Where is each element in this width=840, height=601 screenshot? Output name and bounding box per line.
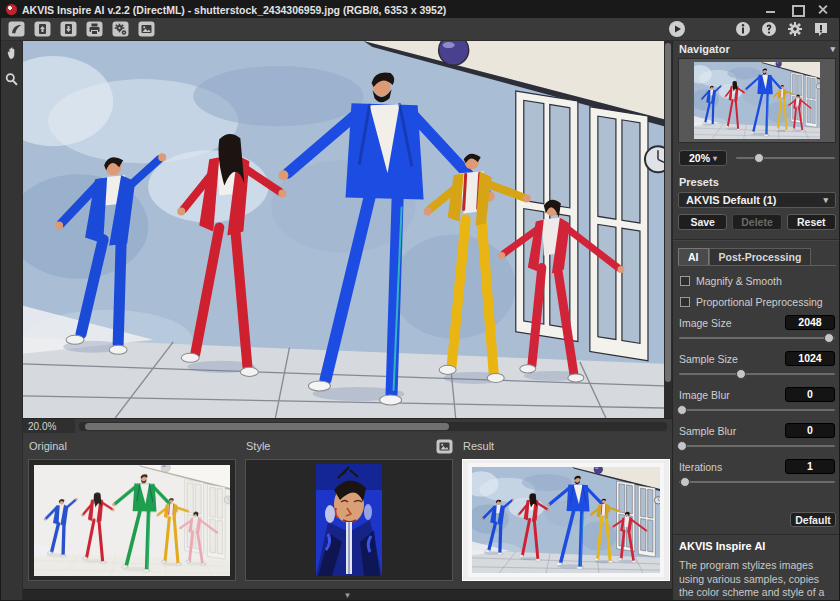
- help-icon[interactable]: [758, 20, 779, 39]
- slider-value-box[interactable]: 1024: [785, 351, 835, 366]
- slider-label: Sample Size: [679, 353, 738, 365]
- slider-track[interactable]: [679, 332, 835, 344]
- result-thumbnail-matte: [468, 463, 664, 577]
- slider-sample-size: Sample Size 1024: [679, 351, 835, 380]
- maximize-icon[interactable]: [792, 5, 802, 14]
- share-image-icon[interactable]: [136, 20, 157, 39]
- minimize-icon[interactable]: [766, 5, 776, 14]
- canvas-area[interactable]: [23, 41, 672, 418]
- hand-tool-icon[interactable]: [4, 46, 19, 65]
- print-icon[interactable]: [84, 20, 105, 39]
- slider-label: Sample Blur: [679, 425, 736, 437]
- navigator-header[interactable]: Navigator ▾: [673, 41, 840, 57]
- horizontal-scroll-thumb[interactable]: [85, 423, 450, 430]
- original-photo: [34, 465, 230, 576]
- slider-sample-blur: Sample Blur 0: [679, 423, 835, 452]
- save-image-icon[interactable]: [58, 20, 79, 39]
- slider-iterations: Iterations 1: [679, 459, 835, 488]
- slider-label: Iterations: [679, 461, 722, 473]
- save-preset-button[interactable]: Save: [678, 214, 727, 230]
- gear-icon[interactable]: [784, 20, 805, 39]
- navigator-collapse-icon[interactable]: ▾: [830, 44, 835, 54]
- slider-track[interactable]: [679, 404, 835, 416]
- style-label: Style: [246, 440, 270, 452]
- tab-ai[interactable]: AI: [678, 248, 709, 265]
- result-column: Result: [462, 438, 670, 581]
- zoom-slider-thumb[interactable]: [754, 153, 764, 163]
- close-icon[interactable]: [818, 5, 828, 14]
- slider-thumb[interactable]: [677, 441, 687, 451]
- slider-track[interactable]: [679, 440, 835, 452]
- result-thumbnail[interactable]: [462, 459, 670, 581]
- info-block: AKVIS Inspire AI The program stylizes im…: [673, 534, 840, 601]
- vertical-scroll-thumb[interactable]: [665, 43, 671, 382]
- delete-preset-button[interactable]: Delete: [732, 214, 781, 230]
- preset-select[interactable]: AKVIS Default (1) ▾: [678, 192, 836, 208]
- slider-image-blur: Image Blur 0: [679, 387, 835, 416]
- main-toolbar: [1, 18, 839, 41]
- toolbar-right-group: [666, 20, 834, 39]
- reset-preset-button[interactable]: Reset: [787, 214, 836, 230]
- presets-label: Presets: [679, 176, 835, 188]
- info-title: AKVIS Inspire AI: [679, 540, 835, 552]
- title-bar: AKVIS Inspire AI v.2.2 (DirectML) - shut…: [1, 1, 839, 18]
- checkbox-label: Magnify & Smooth: [696, 275, 782, 287]
- canvas-status-bar: 20.0%: [23, 418, 672, 433]
- app-window: AKVIS Inspire AI v.2.2 (DirectML) - shut…: [0, 0, 840, 601]
- style-column: Style: [245, 438, 453, 581]
- slider-label: Image Blur: [679, 389, 730, 401]
- default-button[interactable]: Default: [790, 512, 836, 527]
- settings-panel: Navigator ▾ 20% ▾ Presets AKVIS Default …: [672, 41, 840, 600]
- navigator-preview[interactable]: [678, 58, 836, 143]
- result-image: [472, 467, 660, 573]
- checkbox-magnify-smooth[interactable]: Magnify & Smooth: [680, 275, 834, 287]
- feedback-icon[interactable]: [810, 20, 831, 39]
- akvis-logo-icon[interactable]: [6, 20, 27, 39]
- zoom-value-button[interactable]: 20% ▾: [679, 150, 727, 166]
- original-label: Original: [29, 440, 67, 452]
- slider-track[interactable]: [679, 368, 835, 380]
- choose-style-image-icon[interactable]: [435, 438, 453, 454]
- slider-thumb[interactable]: [677, 405, 687, 415]
- zoom-tool-icon[interactable]: [4, 72, 19, 91]
- slider-value-box[interactable]: 1: [785, 459, 835, 474]
- checkbox-proportional-preprocessing[interactable]: Proportional Preprocessing: [680, 296, 834, 308]
- original-column: Original: [28, 438, 236, 581]
- navigator-zoom-row: 20% ▾: [679, 150, 835, 166]
- open-image-icon[interactable]: [32, 20, 53, 39]
- slider-value-box[interactable]: 2048: [785, 315, 835, 330]
- slider-track[interactable]: [679, 476, 835, 488]
- slider-thumb[interactable]: [680, 477, 690, 487]
- checkbox-label: Proportional Preprocessing: [696, 296, 823, 308]
- collapse-arrow-icon[interactable]: ▼: [344, 592, 352, 600]
- info-icon[interactable]: [732, 20, 753, 39]
- window-controls: [766, 5, 834, 14]
- slider-value-box[interactable]: 0: [785, 423, 835, 438]
- canvas-vertical-scrollbar[interactable]: [664, 41, 672, 418]
- slider-value-box[interactable]: 0: [785, 387, 835, 402]
- tab-post-processing[interactable]: Post-Processing: [709, 248, 812, 265]
- run-icon[interactable]: [666, 20, 687, 39]
- tool-strip: [1, 41, 23, 600]
- style-image: [316, 464, 382, 576]
- preset-buttons: Save Delete Reset: [678, 214, 836, 230]
- toolbar-left-group: [6, 20, 157, 39]
- batch-processing-icon[interactable]: [110, 20, 131, 39]
- checkbox-box[interactable]: [680, 276, 690, 286]
- center-column: 20.0% Original Style: [23, 41, 672, 601]
- canvas-horizontal-scrollbar[interactable]: [79, 422, 667, 431]
- panel-collapse-bar[interactable]: ▼: [23, 589, 672, 601]
- info-description: The program stylizes images using variou…: [679, 559, 835, 601]
- default-row: Default: [678, 512, 836, 527]
- slider-thumb[interactable]: [736, 369, 746, 379]
- original-thumbnail[interactable]: [28, 459, 236, 581]
- checkbox-box[interactable]: [680, 297, 690, 307]
- zoom-value: 20%: [689, 152, 710, 164]
- navigator-zoom-slider[interactable]: [736, 152, 835, 164]
- canvas-zoom-label: 20.0%: [23, 419, 75, 433]
- result-canvas-image[interactable]: [23, 41, 664, 418]
- slider-thumb[interactable]: [824, 333, 834, 343]
- style-thumbnail[interactable]: [245, 459, 453, 581]
- navigator-title: Navigator: [679, 43, 730, 55]
- zoom-dropdown-icon: ▾: [713, 154, 717, 163]
